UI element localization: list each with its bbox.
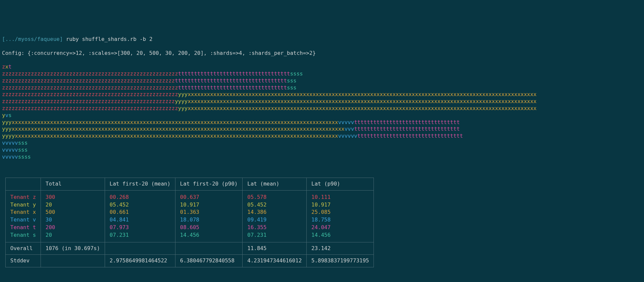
stream-run-y: yyy xyxy=(178,105,188,111)
tenant-z-mean: 05.578 xyxy=(243,190,307,201)
tenant-x-mean: 14.386 xyxy=(243,209,307,216)
tenant-y-total: 20 xyxy=(41,201,105,209)
stream-run-s: sss xyxy=(287,84,296,91)
stream-line: vvvvvsss xyxy=(2,147,642,154)
tenant-x-f20p90: 01.363 xyxy=(175,209,242,216)
tenant-s-f20mean: 07.231 xyxy=(105,231,175,242)
stream-run-v: vvvvvv xyxy=(338,133,357,139)
stream-run-x: xxxxxxxxxxxxxxxxxxxxxxxxxxxxxxxxxxxxxxxx… xyxy=(188,98,537,104)
stream-run-z: zzzzzzzzzzzzzzzzzzzzzzzzzzzzzzzzzzzzzzzz… xyxy=(2,77,175,84)
stream-run-x: xxxxxxxxxxxxxxxxxxxxxxxxxxxxxxxxxxxxxxxx… xyxy=(12,119,338,125)
stream-line: vvvvvssss xyxy=(2,154,642,161)
col-f20-p90: Lat first-20 (p90) xyxy=(175,178,242,190)
stream-run-v: v xyxy=(5,112,9,118)
tenant-row-s: Tenant s2007.23114.45607.23114.456 xyxy=(6,231,374,242)
stream-run-s: s xyxy=(8,112,12,118)
tenant-x-p90: 25.085 xyxy=(307,209,374,216)
stream-line: yyyxxxxxxxxxxxxxxxxxxxxxxxxxxxxxxxxxxxxx… xyxy=(2,119,642,126)
stream-run-s: sss xyxy=(18,147,28,153)
stream-line: zzzzzzzzzzzzzzzzzzzzzzzzzzzzzzzzzzzzzzzz… xyxy=(2,98,642,105)
stream-run-t: ttttttttttttttttttttttttttttttttt xyxy=(354,126,460,132)
stream-line: yyyxxxxxxxxxxxxxxxxxxxxxxxxxxxxxxxxxxxxx… xyxy=(2,126,642,133)
stddev-total xyxy=(41,255,105,267)
stream-line: yyyyxxxxxxxxxxxxxxxxxxxxxxxxxxxxxxxxxxxx… xyxy=(2,133,642,140)
stddev-mean: 4.231947344616012 xyxy=(243,255,307,267)
stream-run-y: yyy xyxy=(178,91,188,97)
tenant-s-total: 20 xyxy=(41,231,105,242)
tenant-v-label: Tenant v xyxy=(6,216,41,224)
col-mean: Lat (mean) xyxy=(243,178,307,190)
stream-run-t: t xyxy=(8,64,12,70)
stream-line: zzzzzzzzzzzzzzzzzzzzzzzzzzzzzzzzzzzzzzzz… xyxy=(2,105,642,112)
tenant-t-f20p90: 08.605 xyxy=(175,224,242,231)
overall-label: Overall xyxy=(6,242,41,255)
tenant-z-total: 300 xyxy=(41,190,105,201)
stream-line: zxt xyxy=(2,64,642,70)
stream-run-t: ttttttttttttttttttttttttttttttttt xyxy=(354,119,460,125)
tenant-y-f20mean: 05.452 xyxy=(105,201,175,209)
stream-line: yvs xyxy=(2,112,642,119)
stream-run-x: xxxxxxxxxxxxxxxxxxxxxxxxxxxxxxxxxxxxxxxx… xyxy=(188,105,537,111)
stream-run-y: yyy xyxy=(2,126,12,132)
stddev-p90: 5.8983837199773195 xyxy=(307,255,374,267)
tenant-z-f20mean: 00.268 xyxy=(105,190,175,201)
stream-run-s: sss xyxy=(287,77,296,84)
stream-run-v: vvvvv xyxy=(2,154,18,160)
col-p90: Lat (p90) xyxy=(307,178,374,190)
tenant-x-total: 500 xyxy=(41,209,105,216)
tenant-z-label: Tenant z xyxy=(6,190,41,201)
terminal-output: [.../myoss/faqueue] ruby shuffle_shards.… xyxy=(2,29,642,274)
col-total: Total xyxy=(41,178,105,190)
stream-run-z: zzzzzzzzzzzzzzzzzzzzzzzzzzzzzzzzzzzzzzzz… xyxy=(2,105,178,111)
stream-run-v: vvvvv xyxy=(2,140,18,146)
overall-f20p90 xyxy=(175,242,242,255)
stream-run-t: ttttttttttttttttttttttttttttttttttt xyxy=(175,77,287,84)
col-tenant xyxy=(6,178,41,190)
tenant-row-x: Tenant x50000.66101.36314.38625.085 xyxy=(6,209,374,216)
stream-run-x: xxxxxxxxxxxxxxxxxxxxxxxxxxxxxxxxxxxxxxxx… xyxy=(188,91,537,97)
stream-line: vvvvvsss xyxy=(2,140,642,147)
overall-total: 1076 (in 30.697s) xyxy=(41,242,105,255)
stream-run-x: xxxxxxxxxxxxxxxxxxxxxxxxxxxxxxxxxxxxxxxx… xyxy=(15,133,338,139)
tenant-v-p90: 18.758 xyxy=(307,216,374,224)
stream-run-x: xxxxxxxxxxxxxxxxxxxxxxxxxxxxxxxxxxxxxxxx… xyxy=(12,126,345,132)
tenant-t-label: Tenant t xyxy=(6,224,41,231)
tenant-t-total: 200 xyxy=(41,224,105,231)
tenant-v-f20mean: 04.841 xyxy=(105,216,175,224)
tenant-z-f20p90: 00.637 xyxy=(175,190,242,201)
stream-run-v: vvvvv xyxy=(338,119,354,125)
tenant-s-label: Tenant s xyxy=(6,231,41,242)
tenant-row-v: Tenant v3004.84118.07809.41918.758 xyxy=(6,216,374,224)
stream-run-s: ssss xyxy=(290,70,303,77)
tenant-s-p90: 14.456 xyxy=(307,231,374,242)
tenant-s-f20p90: 14.456 xyxy=(175,231,242,242)
stream-line: zzzzzzzzzzzzzzzzzzzzzzzzzzzzzzzzzzzzzzzz… xyxy=(2,70,642,77)
stream-line: zzzzzzzzzzzzzzzzzzzzzzzzzzzzzzzzzzzzzzzz… xyxy=(2,77,642,84)
stream-run-y: yyy xyxy=(2,119,12,125)
tenant-t-mean: 16.355 xyxy=(243,224,307,231)
tenant-y-p90: 10.917 xyxy=(307,201,374,209)
prompt-command: ruby shuffle_shards.rb -b 2 xyxy=(66,36,153,42)
tenant-y-f20p90: 10.917 xyxy=(175,201,242,209)
tenant-x-f20mean: 00.661 xyxy=(105,209,175,216)
tenant-t-f20mean: 07.973 xyxy=(105,224,175,231)
stream-run-z: zzzzzzzzzzzzzzzzzzzzzzzzzzzzzzzzzzzzzzzz… xyxy=(2,91,178,97)
tenant-y-label: Tenant y xyxy=(6,201,41,209)
stream-line: zzzzzzzzzzzzzzzzzzzzzzzzzzzzzzzzzzzzzzzz… xyxy=(2,91,642,98)
col-f20-mean: Lat first-20 (mean) xyxy=(105,178,175,190)
stream-run-x: x xyxy=(5,64,9,70)
prompt-line: [.../myoss/faqueue] ruby shuffle_shards.… xyxy=(2,36,642,43)
stream-run-z: zzzzzzzzzzzzzzzzzzzzzzzzzzzzzzzzzzzzzzzz… xyxy=(2,98,175,104)
tenant-t-p90: 24.047 xyxy=(307,224,374,231)
overall-mean: 11.845 xyxy=(243,242,307,255)
stddev-label: Stddev xyxy=(6,255,41,267)
table-header-row: Total Lat first-20 (mean) Lat first-20 (… xyxy=(6,178,374,190)
stddev-f20mean: 2.9758649981464522 xyxy=(105,255,175,267)
tenant-v-total: 30 xyxy=(41,216,105,224)
tenant-row-y: Tenant y2005.45210.91705.45210.917 xyxy=(6,201,374,209)
tenant-row-t: Tenant t20007.97308.60516.35524.047 xyxy=(6,224,374,231)
overall-f20mean xyxy=(105,242,175,255)
stream-run-z: z xyxy=(2,64,5,70)
tenant-y-mean: 05.452 xyxy=(243,201,307,209)
prompt-path: [.../myoss/faqueue] xyxy=(2,36,63,42)
